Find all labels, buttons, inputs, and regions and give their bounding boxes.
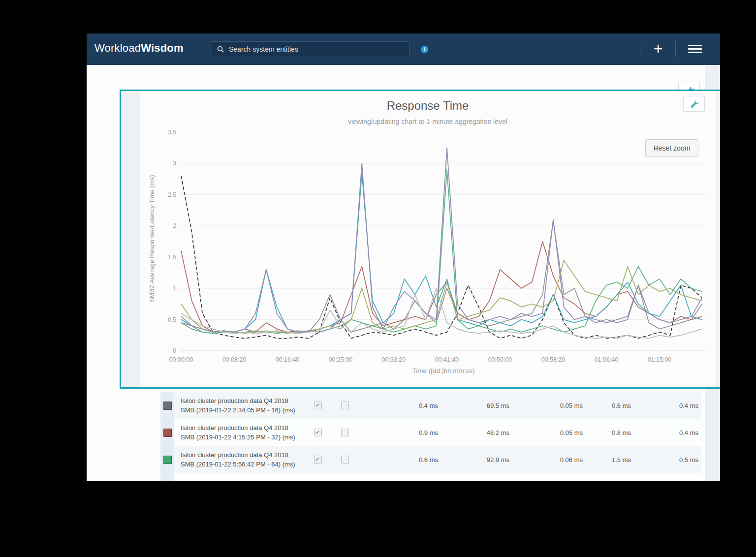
add-button[interactable]: +: [650, 37, 666, 60]
app-window: WorkloadWisdom i + Reset zoom :00: [87, 33, 720, 481]
series-swatch-cell: [160, 473, 174, 481]
navbar-divider: [712, 41, 712, 57]
visible-checkbox[interactable]: ✓: [314, 456, 322, 464]
maximum-value: 48.2 ms: [441, 429, 512, 436]
visible-checkbox[interactable]: ✓: [314, 429, 322, 436]
std-dev-value: 0.4 ms: [634, 429, 701, 436]
mean-value: 0.6 ms: [586, 402, 634, 409]
search-input[interactable]: [228, 45, 404, 54]
current-value-value: 0.6 ms: [355, 456, 441, 464]
metrics-table-body: Isilon cluster production data Q4 2018SM…: [160, 392, 701, 481]
wrench-icon: [690, 100, 698, 108]
series-color-swatch: [163, 429, 172, 437]
visible-checkbox-cell: ✓: [300, 429, 335, 436]
reset-zoom-button[interactable]: Reset zoom: [645, 139, 698, 157]
chart-subtitle: viewing/updating chart at 1-minute aggre…: [140, 118, 716, 125]
visible-checkbox-cell: ✓: [300, 402, 335, 409]
response-time-chart-panel: Response Time viewing/updating chart at …: [120, 90, 720, 389]
chart-title: Response Time: [140, 99, 716, 113]
maximum-value: 92.9 ms: [441, 456, 512, 464]
series-color-swatch: [163, 456, 172, 464]
series-swatch-cell: [160, 392, 174, 419]
current-value-value: 0.4 ms: [355, 402, 441, 409]
table-row: Isilon cluster production data Q4 2018SM…: [160, 419, 701, 446]
reset-zoom-label: Reset zoom: [654, 144, 691, 152]
table-row: Isilon cluster production data Q4 2018SM…: [160, 392, 701, 419]
table-row: Isilon cluster production data Q4 2018: [160, 473, 701, 481]
series-swatch-cell: [160, 419, 174, 446]
current-value-value: 0.9 ms: [355, 429, 441, 436]
workload-name: Isilon cluster production data Q4 2018SM…: [174, 450, 300, 469]
logo-regular: Workload: [94, 42, 141, 54]
search-icon: [217, 46, 224, 53]
mean-value: 0.8 ms: [586, 429, 634, 436]
navbar-divider: [640, 41, 640, 57]
maximum-value: 69.5 ms: [441, 402, 512, 409]
trend-line-checkbox[interactable]: [341, 456, 349, 464]
logo-bold: Wisdom: [141, 42, 184, 54]
std-dev-value: 0.4 ms: [634, 402, 701, 409]
workload-name: Isilon cluster production data Q4 2018SM…: [174, 396, 300, 415]
mean-value: 1.5 ms: [586, 456, 634, 464]
trend-line-checkbox-cell: [335, 402, 355, 409]
chart-card: [140, 91, 716, 387]
minimum-value: 0.05 ms: [512, 429, 586, 436]
series-swatch-cell: [160, 446, 174, 473]
navbar-divider: [675, 41, 676, 57]
visible-checkbox[interactable]: ✓: [314, 402, 322, 409]
trend-line-checkbox-cell: [335, 429, 355, 436]
global-search[interactable]: [212, 41, 410, 57]
chart-settings-button[interactable]: [683, 96, 705, 112]
std-dev-value: 0.5 ms: [634, 456, 701, 464]
table-row: Isilon cluster production data Q4 2018SM…: [160, 446, 701, 473]
visible-checkbox-cell: ✓: [300, 456, 335, 464]
trend-line-checkbox[interactable]: [341, 429, 349, 436]
trend-line-checkbox-cell: [335, 456, 355, 464]
app-logo: WorkloadWisdom: [94, 42, 184, 55]
info-icon[interactable]: i: [421, 46, 428, 53]
menu-icon[interactable]: [688, 45, 702, 54]
series-color-swatch: [163, 402, 172, 410]
trend-line-checkbox[interactable]: [341, 402, 349, 409]
workload-name: Isilon cluster production data Q4 2018SM…: [174, 423, 300, 442]
top-navbar: WorkloadWisdom i +: [87, 33, 720, 65]
minimum-value: 0.06 ms: [512, 456, 586, 464]
minimum-value: 0.05 ms: [512, 402, 586, 409]
